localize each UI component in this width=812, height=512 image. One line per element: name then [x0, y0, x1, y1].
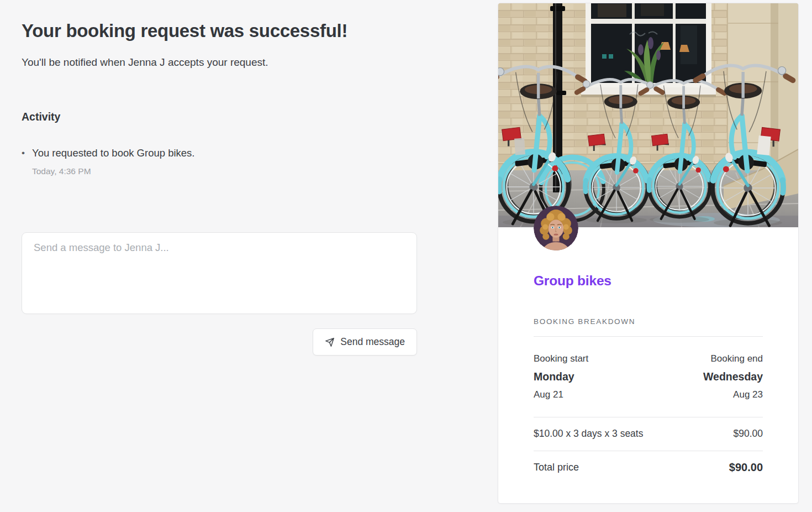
bullet-icon: •: [22, 147, 32, 159]
activity-heading: Activity: [22, 111, 417, 123]
booking-end-day: Wednesday: [703, 368, 763, 386]
page-subtitle: You'll be notified when Jenna J accepts …: [22, 56, 417, 69]
booking-end-label: Booking end: [703, 350, 763, 368]
card-body: Group bikes BOOKING BREAKDOWN Booking st…: [498, 227, 798, 474]
send-message-label: Send message: [340, 336, 405, 348]
confirmation-panel: Your booking request was successful! You…: [22, 0, 417, 356]
price-description: $10.00 x 3 days x 3 seats: [534, 428, 643, 440]
price-amount: $90.00: [733, 428, 763, 440]
booking-start: Booking start Monday Aug 21: [534, 350, 588, 404]
booking-end: Booking end Wednesday Aug 23: [703, 350, 763, 404]
booking-summary-card: Group bikes BOOKING BREAKDOWN Booking st…: [498, 3, 799, 504]
breakdown-heading: BOOKING BREAKDOWN: [534, 317, 763, 326]
booking-dates: Booking start Monday Aug 21 Booking end …: [534, 350, 763, 404]
divider: [534, 336, 763, 337]
activity-item: • You requested to book Group bikes.: [22, 147, 417, 159]
total-row: Total price $90.00: [534, 451, 763, 474]
listing-photo: [498, 3, 798, 227]
activity-item-text: You requested to book Group bikes.: [32, 147, 195, 159]
booking-start-label: Booking start: [534, 350, 588, 368]
paper-plane-icon: [325, 337, 335, 347]
host-avatar[interactable]: [534, 206, 578, 250]
send-row: Send message: [22, 328, 417, 356]
send-message-button[interactable]: Send message: [313, 328, 417, 356]
booking-start-day: Monday: [534, 368, 588, 386]
total-label: Total price: [534, 462, 579, 473]
message-input[interactable]: [22, 232, 417, 314]
total-amount: $90.00: [729, 461, 763, 474]
booking-end-date: Aug 23: [703, 386, 763, 404]
price-line-item: $10.00 x 3 days x 3 seats $90.00: [534, 417, 763, 451]
page-title: Your booking request was successful!: [22, 21, 417, 41]
activity-timestamp: Today, 4:36 PM: [32, 166, 417, 176]
booking-start-date: Aug 21: [534, 386, 588, 404]
listing-name-link[interactable]: Group bikes: [534, 273, 611, 289]
